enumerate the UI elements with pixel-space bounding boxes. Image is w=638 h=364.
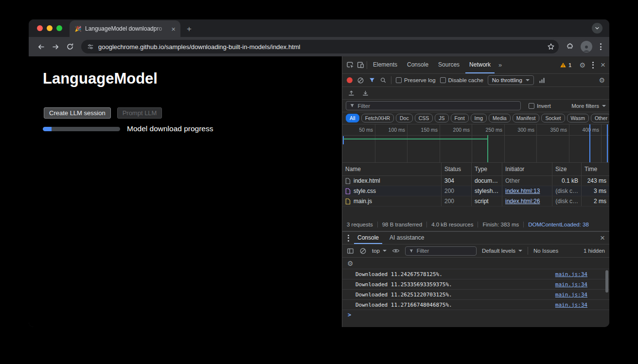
- record-network-log-button[interactable]: [347, 77, 353, 83]
- tab-console[interactable]: Console: [403, 56, 432, 73]
- console-filter-input[interactable]: [417, 248, 473, 254]
- chip-fetch-xhr[interactable]: Fetch/XHR: [361, 114, 394, 122]
- chip-doc[interactable]: Doc: [396, 114, 413, 122]
- column-header-time[interactable]: Time: [582, 163, 609, 175]
- table-row[interactable]: style.css 200 stylesh… index.html:13 (di…: [342, 186, 609, 196]
- filter-funnel-icon[interactable]: [369, 77, 375, 84]
- more-tabs-icon[interactable]: »: [496, 61, 504, 69]
- preserve-log-checkbox[interactable]: [396, 77, 402, 83]
- column-header-type[interactable]: Type: [472, 163, 502, 175]
- tab-sources[interactable]: Sources: [434, 56, 463, 73]
- drawer-menu-button[interactable]: [347, 234, 350, 243]
- network-overview-timeline[interactable]: 50 ms 100 ms 150 ms 200 ms 250 ms 300 ms…: [342, 124, 609, 163]
- network-conditions-icon[interactable]: [538, 77, 546, 84]
- throttling-select[interactable]: No throttling: [488, 75, 534, 85]
- bookmark-star-icon[interactable]: [547, 43, 555, 51]
- initiator-link[interactable]: index.html:26: [505, 198, 540, 205]
- no-issues-label[interactable]: No Issues: [533, 248, 558, 254]
- column-header-initiator[interactable]: Initiator: [502, 163, 552, 175]
- prompt-llm-button[interactable]: Prompt LLM: [117, 107, 162, 119]
- tick-label: 50 ms: [359, 127, 375, 133]
- chip-manifest[interactable]: Manifest: [513, 114, 540, 122]
- browser-tab[interactable]: 🎉 LanguageModel downloadpro ×: [70, 20, 180, 37]
- back-button[interactable]: [34, 39, 48, 54]
- clear-network-log-icon[interactable]: [357, 77, 364, 84]
- console-source-link[interactable]: main.js:34: [555, 281, 587, 288]
- minimize-window-button[interactable]: [47, 25, 53, 31]
- profile-avatar[interactable]: [581, 41, 592, 52]
- chip-img[interactable]: Img: [471, 114, 487, 122]
- tab-elements[interactable]: Elements: [369, 56, 401, 73]
- chip-media[interactable]: Media: [489, 114, 511, 122]
- browser-menu-button[interactable]: [599, 42, 603, 51]
- context-selector[interactable]: top: [372, 248, 387, 254]
- log-levels-dropdown[interactable]: Default levels: [482, 248, 522, 254]
- chip-js[interactable]: JS: [435, 114, 448, 122]
- table-row[interactable]: index.html 304 docum… Other 0.1 kB 243 m…: [342, 176, 609, 186]
- more-filters-dropdown[interactable]: More filters: [571, 103, 606, 109]
- chip-css[interactable]: CSS: [415, 114, 433, 122]
- chip-all[interactable]: All: [346, 114, 359, 122]
- reload-button[interactable]: [63, 39, 77, 54]
- console-prompt[interactable]: >: [342, 310, 609, 320]
- create-llm-session-button[interactable]: Create LLM session: [44, 107, 111, 119]
- invert-checkbox[interactable]: [529, 103, 534, 109]
- search-icon[interactable]: [380, 77, 387, 84]
- devtools-menu-button[interactable]: [591, 61, 595, 69]
- console-settings-gear-icon[interactable]: ⚙: [347, 260, 354, 267]
- console-message-text: Downloaded 11.26251220703125%.: [355, 292, 452, 298]
- console-source-link[interactable]: main.js:34: [555, 292, 587, 298]
- drawer-close-icon[interactable]: ×: [600, 234, 605, 242]
- url-text[interactable]: googlechrome.github.io/samples/downloadi…: [98, 43, 543, 51]
- device-toolbar-icon[interactable]: [356, 61, 365, 69]
- warning-badge[interactable]: 1: [560, 62, 571, 69]
- request-time: 243 ms: [582, 176, 609, 186]
- chip-wasm[interactable]: Wasm: [567, 114, 589, 122]
- timeline-dcl-marker: [589, 124, 590, 162]
- address-bar[interactable]: googlechrome.github.io/samples/downloadi…: [81, 40, 559, 53]
- invert-group: Invert: [529, 103, 551, 109]
- timeline-load-marker: [487, 135, 488, 162]
- disable-cache-checkbox[interactable]: [440, 77, 446, 83]
- new-tab-button[interactable]: +: [187, 25, 192, 33]
- forward-button[interactable]: [48, 39, 63, 54]
- drawer-tab-ai-assistance[interactable]: AI assistance: [386, 232, 427, 244]
- tab-search-button[interactable]: [592, 23, 603, 34]
- tab-close-icon[interactable]: ×: [170, 25, 177, 33]
- table-row[interactable]: main.js 200 script index.html:26 (disk c…: [342, 196, 609, 207]
- column-header-status[interactable]: Status: [442, 163, 472, 175]
- close-window-button[interactable]: [37, 25, 43, 31]
- log-levels-value: Default levels: [482, 248, 515, 254]
- live-expression-eye-icon[interactable]: [392, 247, 400, 255]
- chip-font[interactable]: Font: [451, 114, 469, 122]
- inspect-element-icon[interactable]: [346, 61, 354, 69]
- request-initiator: Other: [502, 176, 552, 186]
- export-har-icon[interactable]: [362, 89, 369, 97]
- column-header-size[interactable]: Size: [552, 163, 582, 175]
- chip-socket[interactable]: Socket: [541, 114, 565, 122]
- chevron-down-icon: [595, 26, 600, 31]
- initiator-link[interactable]: index.html:13: [505, 188, 540, 194]
- maximize-window-button[interactable]: [56, 25, 62, 31]
- console-source-link[interactable]: main.js:34: [555, 302, 587, 308]
- drawer-tab-console[interactable]: Console: [354, 232, 382, 244]
- request-type: script: [472, 196, 502, 206]
- import-har-icon[interactable]: [348, 89, 355, 97]
- network-filter-input[interactable]: [357, 103, 517, 109]
- tab-network[interactable]: Network: [465, 56, 495, 73]
- clear-console-icon[interactable]: [359, 247, 367, 255]
- site-info-icon[interactable]: [87, 43, 94, 50]
- network-settings-gear-icon[interactable]: ⚙: [599, 77, 605, 84]
- console-source-link[interactable]: main.js:34: [555, 271, 587, 277]
- extensions-icon[interactable]: [566, 43, 574, 51]
- console-scrollbar[interactable]: [605, 270, 608, 293]
- chip-other[interactable]: Other: [591, 114, 609, 122]
- devtools-settings-gear-icon[interactable]: ⚙: [580, 62, 586, 69]
- column-header-name[interactable]: Name: [342, 163, 442, 175]
- tick-label: 100 ms: [389, 127, 407, 133]
- console-sidebar-icon[interactable]: [347, 247, 354, 255]
- hidden-messages-count[interactable]: 1 hidden: [584, 248, 605, 254]
- back-arrow-icon: [37, 43, 45, 51]
- devtools-close-icon[interactable]: ×: [601, 61, 605, 69]
- request-status: 200: [442, 186, 472, 196]
